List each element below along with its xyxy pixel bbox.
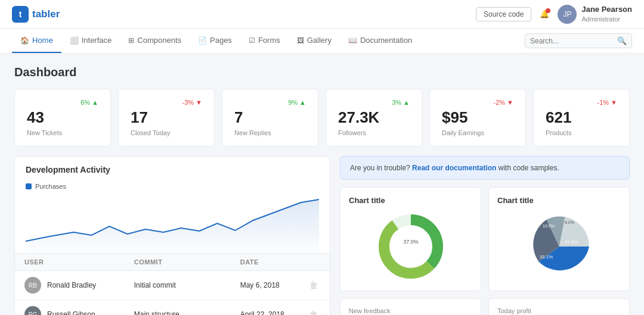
user-cell: RG Russell Gibson xyxy=(15,300,125,316)
pie-chart-card: Chart title 47.4% 33.1% 10.5% xyxy=(488,187,630,291)
stat-card-header: -3% ▼ xyxy=(131,99,202,106)
stat-label: New Replies xyxy=(234,129,306,136)
topbar-right: Source code 🔔 JP Jane Pearson Administra… xyxy=(476,5,632,24)
feedback-label: New feedback xyxy=(349,307,472,314)
stat-label: New Tickets xyxy=(27,129,98,136)
nav-item-components[interactable]: ⊞ Components xyxy=(120,29,190,53)
nav-item-interface[interactable]: ⬜ Interface xyxy=(61,29,120,53)
notification-badge xyxy=(546,8,550,13)
table-row: RG Russell Gibson Main structure April 2… xyxy=(15,300,330,316)
nav-item-forms[interactable]: ☑ Forms xyxy=(240,29,289,53)
user-cell: RB Ronald Bradley xyxy=(15,271,125,300)
stat-cards: 6% ▲ 43 New Tickets -3% ▼ 17 Closed Toda… xyxy=(14,89,630,146)
nav-item-documentation[interactable]: 📖 Documentation xyxy=(340,29,420,53)
nav-item-gallery[interactable]: 🖼 Gallery xyxy=(289,29,340,53)
stat-pct: 3% ▲ xyxy=(392,99,410,106)
stat-label: Closed Today xyxy=(131,129,202,136)
interface-icon: ⬜ xyxy=(70,36,79,45)
stat-pct: 6% ▲ xyxy=(80,99,98,106)
stat-card-header: -2% ▼ xyxy=(442,99,513,106)
col-action xyxy=(300,254,330,271)
stat-pct: -1% ▼ xyxy=(597,99,617,106)
nav-left: 🏠 Home ⬜ Interface ⊞ Components 📄 Pages … xyxy=(12,29,420,53)
logo-text: tabler xyxy=(32,8,60,20)
donut-chart: 37.0% 53.0% xyxy=(349,211,472,282)
stat-pct: 9% ▲ xyxy=(288,99,306,106)
nav-item-home[interactable]: 🏠 Home xyxy=(12,29,61,53)
chart1-title: Chart title xyxy=(349,196,472,205)
stat-label: Followers xyxy=(338,129,410,136)
pie-chart: 47.4% 33.1% 10.5% 9.0% xyxy=(497,211,621,282)
legend-dot xyxy=(26,183,32,189)
search-box[interactable]: 🔍 xyxy=(525,33,632,48)
nav-tabs: 🏠 Home ⬜ Interface ⊞ Components 📄 Pages … xyxy=(0,29,644,54)
forms-icon: ☑ xyxy=(249,36,255,45)
stat-card-4: -2% ▼ $95 Daily Earnings xyxy=(429,89,526,146)
stat-card-5: -1% ▼ 621 Products xyxy=(533,89,630,146)
stat-card-header: 3% ▲ xyxy=(338,99,410,106)
stat-card-header: 9% ▲ xyxy=(234,99,306,106)
delete-icon[interactable]: 🗑 xyxy=(309,310,318,315)
alert-text-before: Are you in trouble? xyxy=(350,164,412,172)
legend-label: Purchases xyxy=(35,183,66,190)
logo-icon: t xyxy=(12,6,29,23)
page-title: Dashboard xyxy=(14,66,630,79)
activity-table: USER COMMIT DATE RB Ronald Bradley Initi… xyxy=(15,253,330,315)
notification-icon[interactable]: 🔔 xyxy=(540,10,549,18)
components-icon: ⊞ xyxy=(128,36,134,45)
alert-text-after: with code samples. xyxy=(496,164,559,172)
feedback-row: New feedback 62 Today profit $652 xyxy=(340,298,630,315)
svg-text:53.0%: 53.0% xyxy=(416,249,432,255)
stat-pct: -2% ▼ xyxy=(493,99,513,106)
source-code-button[interactable]: Source code xyxy=(476,7,531,21)
delete-cell[interactable]: 🗑 xyxy=(300,271,330,300)
delete-icon[interactable]: 🗑 xyxy=(309,280,318,290)
search-input[interactable] xyxy=(530,37,614,45)
user-menu[interactable]: JP Jane Pearson Administrator xyxy=(558,5,632,24)
docs-icon: 📖 xyxy=(348,36,357,45)
delete-cell[interactable]: 🗑 xyxy=(300,300,330,316)
stat-card-header: -1% ▼ xyxy=(546,99,617,106)
svg-text:9.0%: 9.0% xyxy=(565,220,574,224)
charts-row: Chart title 37.0% 53.0% xyxy=(340,187,630,291)
nav-item-pages[interactable]: 📄 Pages xyxy=(190,29,240,53)
stat-value: 27.3K xyxy=(338,108,410,127)
gallery-icon: 🖼 xyxy=(297,36,304,45)
date-cell: April 22, 2018 xyxy=(231,300,300,316)
col-commit: COMMIT xyxy=(125,254,231,271)
user-role: Administrator xyxy=(581,15,632,23)
search-icon: 🔍 xyxy=(617,36,627,45)
stat-value: 43 xyxy=(27,108,98,127)
stat-value: $95 xyxy=(442,108,513,127)
topbar: t tabler Source code 🔔 JP Jane Pearson A… xyxy=(0,0,644,29)
stat-card-0: 6% ▲ 43 New Tickets xyxy=(14,89,111,146)
user-details: Jane Pearson Administrator xyxy=(581,5,632,23)
feedback-card: New feedback 62 xyxy=(340,298,481,315)
pages-icon: 📄 xyxy=(198,36,207,45)
stat-value: 17 xyxy=(131,108,202,127)
avatar: RB xyxy=(24,277,41,294)
alert-link[interactable]: Read our documentation xyxy=(412,164,496,172)
right-column: Are you in trouble? Read our documentati… xyxy=(340,156,630,315)
line-chart xyxy=(15,194,330,253)
date-cell: May 6, 2018 xyxy=(231,271,300,300)
commit-cell: Initial commit xyxy=(125,271,231,300)
user-name: Ronald Bradley xyxy=(47,281,96,289)
table-row: RB Ronald Bradley Initial commit May 6, … xyxy=(15,271,330,300)
stat-card-header: 6% ▲ xyxy=(27,99,98,106)
svg-text:37.0%: 37.0% xyxy=(403,239,419,245)
main-grid: Development Activity Purchases xyxy=(14,156,630,315)
user-name: Jane Pearson xyxy=(581,5,632,15)
col-user: USER xyxy=(15,254,125,271)
commit-cell: Main structure xyxy=(125,300,231,316)
stat-label: Daily Earnings xyxy=(442,129,513,136)
svg-text:47.4%: 47.4% xyxy=(564,239,578,245)
chart2-title: Chart title xyxy=(497,196,621,205)
chart-legend: Purchases xyxy=(15,179,330,194)
donut-chart-card: Chart title 37.0% 53.0% xyxy=(340,187,481,291)
svg-text:33.1%: 33.1% xyxy=(539,254,553,260)
stat-pct: -3% ▼ xyxy=(182,99,202,106)
avatar: JP xyxy=(558,5,577,24)
col-date: DATE xyxy=(231,254,300,271)
svg-text:10.5%: 10.5% xyxy=(543,224,555,228)
